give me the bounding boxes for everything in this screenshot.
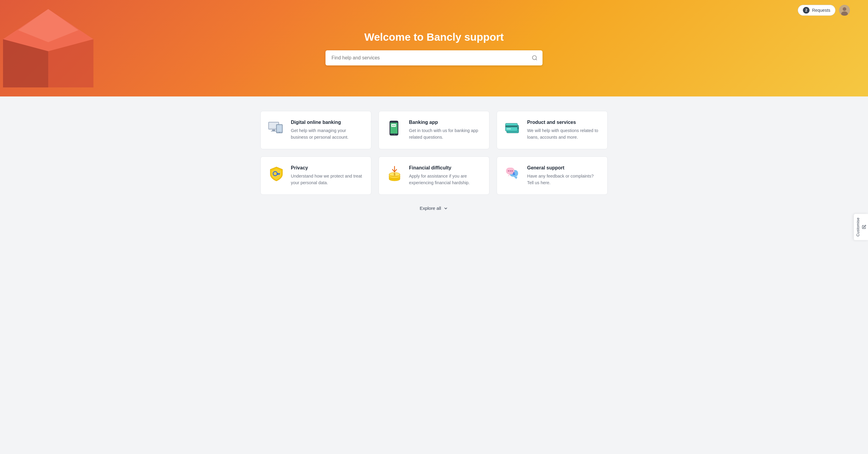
search-icon: [532, 55, 538, 61]
card-icon-privacy: [268, 165, 285, 182]
top-nav: 2 Requests: [798, 5, 850, 16]
svg-point-8: [532, 56, 536, 60]
explore-all-button[interactable]: Explore all: [260, 202, 608, 214]
svg-point-20: [392, 125, 393, 126]
card-desc-banking-app: Get in touch with us for banking app rel…: [409, 127, 482, 141]
chat-bubbles-icon: &: [504, 166, 521, 181]
card-desc-digital-banking: Get help with managing your business or …: [291, 127, 364, 141]
explore-all-label: Explore all: [420, 206, 441, 211]
customise-tab[interactable]: Customise: [854, 214, 868, 241]
svg-point-45: [510, 170, 511, 172]
main-content: Digital online banking Get help with man…: [253, 96, 615, 226]
hero-title: Welcome to Bancly support: [364, 31, 504, 43]
search-submit-button[interactable]: [532, 55, 538, 61]
hero-section: Welcome to Bancly support: [0, 0, 868, 96]
svg-text:&: &: [513, 172, 516, 176]
devices-icon: [268, 121, 285, 135]
svg-point-44: [508, 170, 509, 172]
card-content-products-services: Product and services We will help with q…: [527, 120, 600, 141]
card-content-financial-difficulty: Financial difficulty Apply for assistanc…: [409, 165, 482, 186]
svg-text:$: $: [394, 173, 396, 176]
customise-label: Customise: [856, 218, 860, 237]
svg-rect-13: [271, 131, 276, 131]
svg-line-9: [536, 59, 537, 60]
chevron-down-icon: [443, 206, 448, 211]
card-title-products-services: Product and services: [527, 120, 600, 125]
cards-grid: Digital online banking Get help with man…: [260, 111, 608, 195]
avatar-icon: [839, 5, 850, 16]
hero-decoration: [0, 0, 96, 96]
card-desc-general-support: Have any feedback or complaints? Tell us…: [527, 173, 600, 186]
svg-point-21: [393, 125, 394, 126]
card-desc-products-services: We will help with questions related to l…: [527, 127, 600, 141]
card-desc-financial-difficulty: Apply for assistance if you are experien…: [409, 173, 482, 186]
card-digital-banking[interactable]: Digital online banking Get help with man…: [260, 111, 371, 149]
search-input[interactable]: [326, 50, 542, 65]
avatar[interactable]: [839, 5, 850, 16]
card-icon-digital-banking: [268, 120, 285, 137]
requests-badge: 2: [803, 7, 809, 13]
card-icon-banking-app: [386, 120, 403, 137]
svg-point-16: [279, 132, 280, 133]
card-icon-financial-difficulty: $: [386, 165, 403, 182]
svg-point-1: [843, 7, 846, 11]
card-desc-privacy: Understand how we protect and treat your…: [291, 173, 364, 186]
pencil-icon: [862, 225, 866, 229]
svg-rect-12: [272, 130, 275, 131]
svg-point-46: [512, 170, 513, 172]
coins-icon: $: [388, 166, 401, 181]
card-title-financial-difficulty: Financial difficulty: [409, 165, 482, 171]
card-content-digital-banking: Digital online banking Get help with man…: [291, 120, 364, 141]
card-icon-general-support: &: [504, 165, 521, 182]
card-title-banking-app: Banking app: [409, 120, 482, 125]
svg-marker-40: [514, 177, 518, 179]
card-content-privacy: Privacy Understand how we protect and tr…: [291, 165, 364, 186]
card-title-digital-banking: Digital online banking: [291, 120, 364, 125]
svg-rect-28: [507, 128, 511, 129]
card-general-support[interactable]: & General support Have any feedback or c…: [497, 156, 608, 195]
card-title-privacy: Privacy: [291, 165, 364, 171]
svg-point-23: [394, 134, 395, 135]
svg-rect-15: [277, 125, 282, 132]
card-financial-difficulty[interactable]: $ Financial difficulty Apply for assista…: [378, 156, 490, 195]
card-content-general-support: General support Have any feedback or com…: [527, 165, 600, 186]
card-icon-products-services: [504, 120, 521, 137]
svg-point-22: [395, 125, 396, 126]
requests-label: Requests: [812, 8, 830, 13]
card-banking-app[interactable]: Banking app Get in touch with us for ban…: [378, 111, 490, 149]
card-title-general-support: General support: [527, 165, 600, 171]
shield-icon: [269, 166, 284, 181]
search-bar-container: [326, 50, 542, 65]
mobile-icon: [387, 120, 402, 136]
card-content-banking-app: Banking app Get in touch with us for ban…: [409, 120, 482, 141]
requests-button[interactable]: 2 Requests: [798, 5, 835, 16]
card-privacy[interactable]: Privacy Understand how we protect and tr…: [260, 156, 371, 195]
svg-rect-27: [505, 125, 518, 127]
card-products-services[interactable]: Product and services We will help with q…: [497, 111, 608, 149]
cards-icon: [504, 122, 521, 134]
